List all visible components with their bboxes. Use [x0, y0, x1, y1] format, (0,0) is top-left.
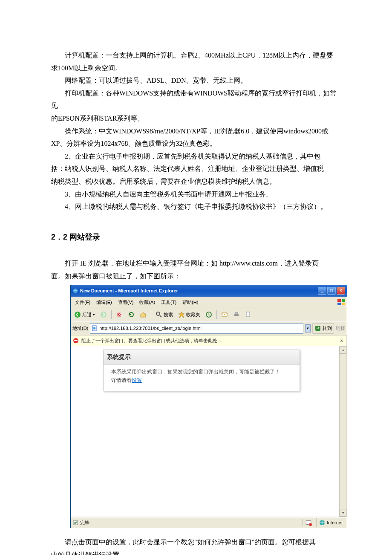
paragraph: 计算机配置：一台支持上网的计算机。奔腾2、400MHz以上CPU，128M以上内…	[51, 49, 341, 62]
search-label: 搜索	[164, 310, 173, 319]
menu-view[interactable]: 查看(V)	[115, 298, 136, 307]
history-icon	[205, 311, 212, 318]
infobar-text: 阻止了一个弹出窗口。要查看此弹出窗口或其他选项，请单击此处...	[81, 336, 336, 345]
mail-icon	[221, 311, 228, 318]
close-button[interactable]: ×	[337, 287, 345, 295]
svg-point-22	[309, 523, 312, 526]
maximize-button[interactable]: □	[327, 287, 336, 295]
home-button[interactable]	[138, 310, 148, 319]
scroll-up-icon[interactable]: ▴	[340, 346, 346, 354]
menu-help[interactable]: 帮助(H)	[180, 298, 201, 307]
blocked-icon	[73, 338, 79, 344]
svg-rect-4	[342, 303, 345, 305]
go-label: 转到	[323, 324, 332, 332]
home-icon	[140, 311, 147, 318]
address-bar: 地址(D) http://192.168.1.223:7001/bs_clien…	[71, 321, 347, 335]
stop-button[interactable]	[114, 310, 124, 319]
message-text: 详情请看	[111, 377, 132, 383]
stop-icon	[116, 311, 123, 318]
paragraph: 操作系统：中文WINDOWS98/me/2000/NT/XP等，IE浏览器6.0…	[51, 125, 341, 138]
statusbar: 完毕 Internet	[71, 517, 347, 528]
edit-icon	[245, 311, 252, 318]
paragraph: 括：纳税人识别号、纳税人名称、法定代表人姓名、注册地址、企业登记注册类型、增值税	[51, 162, 341, 175]
message-title: 系统提示	[104, 350, 300, 365]
back-label: 后退	[82, 310, 92, 319]
svg-rect-2	[342, 299, 345, 302]
paragraph: 4、网上缴税的纳税人需与税务、银行签订《电子申报委托缴税协议书》（三方协议）。	[51, 200, 341, 213]
status-text: 完毕	[80, 518, 300, 527]
address-label: 地址(D)	[72, 324, 88, 332]
minimize-button[interactable]: _	[318, 287, 326, 295]
scroll-down-icon[interactable]: ▾	[340, 509, 346, 517]
favorites-button[interactable]: 收藏夹	[176, 309, 202, 320]
print-icon	[233, 311, 240, 318]
svg-rect-12	[234, 314, 239, 316]
toolbar-separator	[151, 310, 151, 319]
star-icon	[178, 311, 185, 318]
popup-blocked-infobar[interactable]: 阻止了一个弹出窗口。要查看此弹出窗口或其他选项，请单击此处... ×	[71, 335, 347, 346]
ie-window: New Document - Microsoft Internet Explor…	[70, 285, 347, 528]
edit-button[interactable]	[243, 310, 254, 319]
titlebar: New Document - Microsoft Internet Explor…	[71, 285, 347, 296]
forward-icon	[100, 311, 107, 318]
page-content: 系统提示 本系统采用弹出式窗口，如果发现您的窗口弹出就关闭，可能是被拦截了！ 详…	[71, 346, 347, 517]
print-button[interactable]	[231, 310, 242, 319]
message-line: 本系统采用弹出式窗口，如果发现您的窗口弹出就关闭，可能是被拦截了！	[111, 367, 296, 376]
history-button[interactable]	[204, 310, 214, 319]
svg-rect-3	[337, 303, 341, 305]
paragraph: 网络配置：可以通过拨号、ADSL、DDN、宽带、无线上网。	[51, 74, 341, 87]
status-zone: Internet	[316, 518, 345, 527]
done-icon	[72, 520, 78, 526]
message-line: 详情请看设置	[111, 376, 296, 384]
message-body: 本系统采用弹出式窗口，如果发现您的窗口弹出就关闭，可能是被拦截了！ 详情请看设置	[104, 365, 300, 391]
vertical-scrollbar[interactable]: ▴ ▾	[339, 346, 346, 517]
address-dropdown-icon[interactable]: ▾	[305, 324, 311, 332]
paragraph: 打印机配置：各种WINDOWS支持的或带有WINDOWS驱动程序的宽行或窄行打印…	[51, 87, 341, 112]
mail-button[interactable]	[219, 310, 230, 319]
document-page: 计算机配置：一台支持上网的计算机。奔腾2、400MHz以上CPU，128M以上内…	[0, 0, 392, 555]
svg-point-6	[101, 312, 107, 318]
svg-point-5	[75, 312, 81, 318]
toolbar-separator	[216, 310, 217, 319]
svg-rect-13	[235, 312, 238, 314]
embedded-screenshot: New Document - Microsoft Internet Explor…	[70, 285, 347, 528]
favorites-label: 收藏夹	[186, 310, 200, 319]
paragraph: XP、分辨率设为1024x768、颜色质量设为32位真色彩。	[51, 137, 341, 150]
status-section	[302, 519, 314, 526]
paragraph: 请点击页面中的设置，此时会显示一个教您"如何允许弹出窗口"的页面。您可根据其	[51, 536, 341, 549]
paragraph: 打开 IE 浏览器，在地址栏中输入受理平台网址：如 http://www.cta…	[51, 257, 341, 270]
popup-blocked-status-icon	[305, 519, 312, 526]
menu-tools[interactable]: 工具(T)	[159, 298, 179, 307]
paragraph: 中的具体讲解进行设置。	[51, 549, 341, 555]
search-icon	[156, 311, 162, 318]
menu-favorites[interactable]: 收藏(A)	[137, 298, 158, 307]
infobar-close-button[interactable]: ×	[339, 336, 345, 345]
paragraph: 3、由小规模纳税人自愿向主管税务机关书面申请开通网上申报业务。	[51, 188, 341, 201]
toolbar: 后退 ▾ 搜索 收藏夹	[71, 308, 347, 321]
svg-rect-14	[246, 312, 250, 317]
menu-file[interactable]: 文件(F)	[72, 298, 93, 307]
settings-link[interactable]: 设置	[132, 377, 142, 383]
svg-point-16	[93, 327, 96, 330]
go-icon	[314, 325, 321, 332]
refresh-button[interactable]	[126, 310, 136, 319]
forward-button[interactable]	[98, 310, 109, 319]
back-icon	[74, 311, 81, 318]
svg-rect-1	[337, 299, 341, 302]
links-label[interactable]: 链接	[336, 324, 345, 332]
menubar: 文件(F) 编辑(E) 查看(V) 收藏(A) 工具(T) 帮助(H)	[71, 297, 347, 308]
go-button[interactable]: 转到	[312, 323, 334, 333]
address-input[interactable]: http://192.168.1.223:7001/bs_client_zb/l…	[90, 323, 303, 333]
back-button[interactable]: 后退 ▾	[72, 309, 97, 320]
svg-point-8	[156, 312, 160, 315]
section-heading: 2．2 网站登录	[51, 230, 341, 244]
search-button[interactable]: 搜索	[154, 309, 175, 320]
paragraph: 求100M以上剩余空间。	[51, 62, 341, 75]
toolbar-separator	[111, 310, 112, 319]
internet-zone-icon	[319, 520, 325, 526]
menu-edit[interactable]: 编辑(E)	[94, 298, 115, 307]
ie-logo-icon	[72, 288, 78, 294]
svg-rect-19	[74, 340, 78, 341]
refresh-icon	[128, 311, 135, 318]
windows-flag-icon	[337, 299, 345, 305]
